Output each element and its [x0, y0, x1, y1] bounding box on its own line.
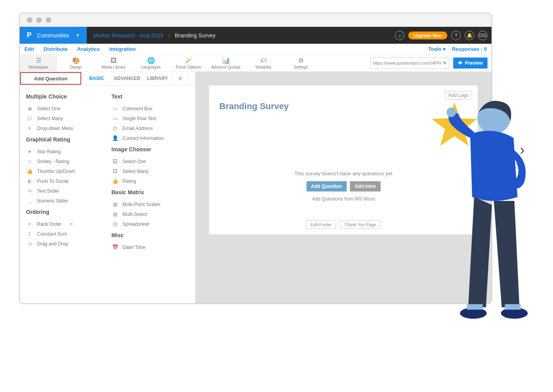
qtype-multipoint[interactable]: ▦Multi-Point Scales — [112, 199, 189, 209]
qtype-numeric-slider[interactable]: ⎯Numeric Slider — [26, 196, 104, 206]
variables-icon: 🏷 — [260, 57, 267, 64]
tab-advanced[interactable]: ADVANCED — [112, 72, 142, 85]
tools-dropdown[interactable]: Tools ▾ — [428, 46, 446, 52]
sum-icon: Σ — [26, 231, 33, 237]
thank-you-page-button[interactable]: Thank You Page — [340, 220, 381, 229]
add-question-highlight[interactable]: Add Question — [20, 72, 81, 85]
chevron-right-icon: › — [168, 32, 170, 39]
thumbup-icon: 👍 — [112, 178, 119, 184]
group-graphical-rating: Graphical Rating — [26, 136, 104, 143]
qtype-img-select-many[interactable]: 🖼Select Many — [112, 166, 189, 176]
qtype-multiselect[interactable]: ▦Multi-Select — [112, 209, 189, 219]
qtype-comment-box[interactable]: ▭Comment Box — [112, 104, 189, 113]
toolbar-design[interactable]: 🎨Design — [57, 55, 95, 71]
toolbar-workspace[interactable]: ☰Workspace — [20, 55, 57, 71]
question-types-grid: Multiple Choice ◉Select One ☑Select Many… — [20, 85, 195, 257]
subnav-analytics[interactable]: Analytics — [77, 46, 100, 52]
qtype-push-social[interactable]: ◐Push To Social — [26, 176, 104, 186]
breadcrumb-survey: Branding Survey — [175, 32, 216, 39]
numeric-slider-icon: ⎯ — [26, 198, 33, 204]
qtype-email[interactable]: @Email Address — [112, 123, 189, 133]
help-icon[interactable]: ? — [451, 31, 461, 40]
subnav-integration[interactable]: Integration — [109, 46, 136, 52]
rank-icon-2: ≡ — [68, 221, 75, 227]
breadcrumb: Market Research - Aug 2019 › Branding Su… — [87, 32, 215, 39]
qtype-thumbs[interactable]: 👍Thumbs Up/Down — [26, 166, 104, 176]
qtype-dropdown[interactable]: ▾Drop-down Menu — [26, 123, 104, 133]
window-dot-1 — [27, 17, 32, 23]
chevron-down-icon: ▼ — [76, 33, 80, 37]
qtype-single-row[interactable]: ▭Single Row Text — [112, 113, 189, 123]
search-icon[interactable]: ⌕ — [395, 31, 404, 40]
subnav-edit[interactable]: Edit — [24, 46, 34, 52]
comment-icon: ▭ — [112, 106, 119, 111]
qtype-select-many[interactable]: ☑Select Many — [26, 113, 104, 123]
radio-icon: ◉ — [26, 106, 33, 111]
rank-icon: ≡ — [26, 221, 33, 227]
subnav-distribute[interactable]: Distribute — [44, 46, 68, 52]
avatar[interactable]: OG — [478, 31, 488, 40]
empty-text: This survey doesn't have any questions y… — [219, 171, 467, 176]
window-dot-2 — [36, 17, 42, 23]
qtype-contact[interactable]: 👤Contact Information — [112, 133, 189, 143]
add-logo-button[interactable]: Add Logo — [445, 91, 472, 100]
qtype-select-one[interactable]: ◉Select One — [26, 104, 104, 113]
toolbar-variables[interactable]: 🏷Variables — [245, 55, 282, 71]
qtype-rank-order[interactable]: ≡Rank Order≡ — [26, 219, 104, 229]
responses-count[interactable]: Responses : 0 — [452, 46, 487, 52]
toolbar-settings[interactable]: ⚙Settings — [282, 55, 319, 71]
toolbar-languages[interactable]: 🌐Languages — [132, 55, 170, 71]
add-intro-button[interactable]: Add Intro — [350, 181, 380, 191]
add-question-button[interactable]: Add Question — [306, 181, 347, 191]
pencil-icon[interactable]: ✎ — [443, 61, 447, 66]
survey-title[interactable]: Branding Survey — [219, 101, 467, 111]
group-image-chooser: Image Chooser — [112, 146, 189, 152]
tab-library[interactable]: LIBRARY — [142, 72, 173, 85]
close-panel-icon[interactable]: ✕ — [173, 72, 188, 85]
bell-icon[interactable]: 🔔 — [465, 31, 474, 40]
qtype-constant-sum[interactable]: ΣConstant Sum — [26, 229, 104, 239]
dropdown-icon: ▾ — [26, 125, 33, 131]
add-from-msword-link[interactable]: Add Questions from MS Word — [219, 196, 467, 202]
brand-logo: P — [27, 31, 32, 39]
main: Add Question BASIC ADVANCED LIBRARY ✕ Mu… — [20, 72, 491, 303]
app-window: P Communities ▼ Market Research - Aug 20… — [19, 13, 492, 304]
qtype-img-select-one[interactable]: 🖼Select One — [112, 156, 189, 166]
empty-state: This survey doesn't have any questions y… — [219, 171, 467, 202]
at-icon: @ — [112, 125, 119, 131]
toolbar-advance-quotas[interactable]: 📊Advance Quotas — [207, 55, 245, 71]
calendar-icon: 📅 — [112, 244, 119, 250]
workspace-icon: ☰ — [36, 57, 41, 64]
brand-name: Communities — [37, 32, 69, 39]
qtype-text-slider[interactable]: ⇆Text Slider — [26, 186, 104, 196]
qtype-star-rating[interactable]: ★Star Rating — [26, 147, 104, 156]
tab-basic[interactable]: BASIC — [82, 72, 112, 85]
preview-button[interactable]: 👁Preview — [453, 58, 488, 69]
image-icon: 🖼 — [112, 158, 119, 164]
edit-footer-button[interactable]: Edit Footer — [306, 220, 336, 229]
toolbar-media-library[interactable]: 🖼Media Library — [95, 55, 132, 71]
svg-rect-6 — [505, 304, 521, 310]
survey-canvas: Add Logo Branding Survey This survey doe… — [195, 72, 491, 303]
qtype-drag-drop[interactable]: ⇲Drag and Drop — [26, 239, 104, 249]
survey-url-box[interactable]: https://www.questionpro.com/t/APNIFZ ✎ — [370, 58, 449, 69]
toolbar-finish-options[interactable]: 🪄Finish Options — [170, 55, 207, 71]
drag-icon: ⇲ — [26, 241, 33, 247]
survey-url: https://www.questionpro.com/t/APNIFZ — [373, 61, 441, 65]
qtype-spreadsheet[interactable]: ▤Spreadsheet — [112, 219, 189, 229]
upgrade-button[interactable]: Upgrade Now — [408, 32, 447, 39]
qtype-datetime[interactable]: 📅Date/ Time — [112, 242, 189, 252]
grid-icon: ▦ — [112, 201, 119, 207]
grid-icon-2: ▦ — [112, 211, 119, 217]
images-icon: 🖼 — [112, 168, 119, 174]
languages-icon: 🌐 — [147, 57, 155, 64]
eye-icon: 👁 — [458, 60, 463, 66]
qtype-img-rating[interactable]: 👍Rating — [112, 176, 189, 186]
qtype-smiley-rating[interactable]: ☺Smiley - Rating — [26, 156, 104, 166]
survey-card: Add Logo Branding Survey This survey doe… — [209, 85, 478, 235]
svg-point-4 — [501, 308, 528, 319]
thumb-icon: 👍 — [26, 168, 33, 174]
svg-rect-5 — [467, 304, 483, 310]
breadcrumb-project[interactable]: Market Research - Aug 2019 — [93, 32, 163, 39]
brand-selector[interactable]: P Communities ▼ — [20, 27, 87, 44]
